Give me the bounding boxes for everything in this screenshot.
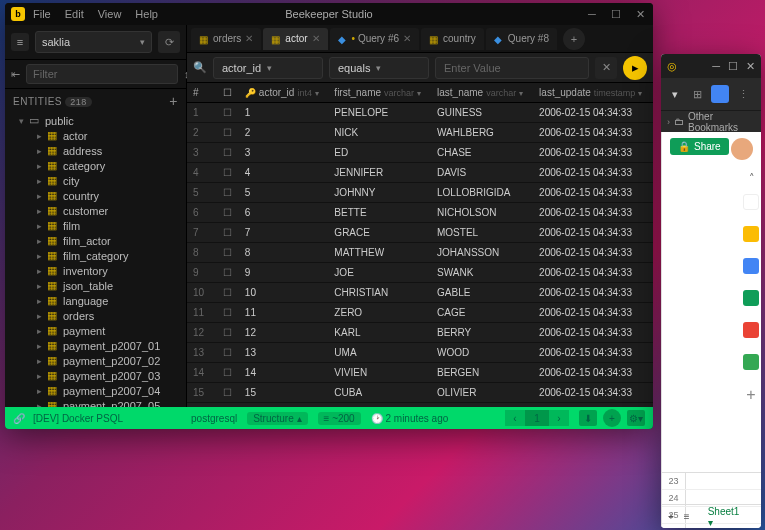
table-orders[interactable]: ▸▦orders [5,308,186,323]
minimize-icon[interactable]: ─ [712,60,720,72]
cell[interactable]: 2006-02-15 04:34:33 [533,223,653,243]
table-film_category[interactable]: ▸▦film_category [5,248,186,263]
cell[interactable]: WAHLBERG [431,123,533,143]
cell[interactable]: 2006-02-15 04:34:33 [533,343,653,363]
row-checkbox[interactable]: ☐ [217,123,239,143]
cell[interactable]: 4 [239,163,329,183]
table-customer[interactable]: ▸▦customer [5,203,186,218]
cell[interactable]: NICHOLSON [431,203,533,223]
table-row[interactable]: 15☐15CUBAOLIVIER2006-02-15 04:34:33 [187,383,653,403]
table-payment_p2007_05[interactable]: ▸▦payment_p2007_05 [5,398,186,407]
cell[interactable]: 2006-02-15 04:34:33 [533,183,653,203]
table-inventory[interactable]: ▸▦inventory [5,263,186,278]
cell[interactable]: CHRISTIAN [328,283,431,303]
cell[interactable]: JOHNNY [328,183,431,203]
close-tab-icon[interactable]: ✕ [245,33,253,44]
tab-query-8[interactable]: ◆Query #8 [486,28,557,50]
menu-view[interactable]: View [98,8,122,20]
table-country[interactable]: ▸▦country [5,188,186,203]
cell[interactable]: 2006-02-15 04:34:33 [533,263,653,283]
cell[interactable]: 2006-02-15 04:34:33 [533,303,653,323]
cell[interactable]: PENELOPE [328,103,431,123]
filter-operator-select[interactable]: equals ▾ [329,57,429,79]
cell[interactable]: 1 [239,103,329,123]
add-sheet-button[interactable]: + [668,511,674,522]
tab-actor[interactable]: ▦actor✕ [263,28,327,50]
cell[interactable]: 2006-02-15 04:34:33 [533,163,653,183]
tab-query-6[interactable]: ◆• Query #6✕ [330,28,419,50]
table-payment_p2007_02[interactable]: ▸▦payment_p2007_02 [5,353,186,368]
table-address[interactable]: ▸▦address [5,143,186,158]
cell[interactable]: JOHANSSON [431,243,533,263]
cell[interactable]: MOSTEL [431,223,533,243]
row-header[interactable]: 23 [662,473,686,489]
settings-button[interactable]: ⚙▾ [627,410,645,426]
cell[interactable]: GABLE [431,283,533,303]
cell[interactable]: CAGE [431,303,533,323]
table-payment_p2007_03[interactable]: ▸▦payment_p2007_03 [5,368,186,383]
extension-puzzle-icon[interactable]: ⊞ [689,88,705,101]
data-grid[interactable]: #☐🔑actor_idint4▾first_namevarchar▾last_n… [187,83,653,407]
chrome-menu-icon[interactable]: ⋮ [735,88,751,101]
menu-edit[interactable]: Edit [65,8,84,20]
column-actor_id[interactable]: 🔑actor_idint4▾ [239,83,329,103]
row-checkbox[interactable]: ☐ [217,323,239,343]
row-checkbox[interactable]: ☐ [217,223,239,243]
cell[interactable]: 2006-02-15 04:34:33 [533,203,653,223]
dropdown-icon[interactable]: ▾ [667,88,683,101]
cell[interactable]: 10 [239,283,329,303]
cell[interactable]: UMA [328,343,431,363]
cell[interactable]: 2006-02-15 04:34:33 [533,283,653,303]
close-icon[interactable]: ✕ [633,8,647,21]
table-row[interactable]: 6☐6BETTENICHOLSON2006-02-15 04:34:33 [187,203,653,223]
cell[interactable]: BETTE [328,203,431,223]
cell[interactable]: 14 [239,363,329,383]
row-checkbox[interactable]: ☐ [217,263,239,283]
close-tab-icon[interactable]: ✕ [312,33,320,44]
table-film_actor[interactable]: ▸▦film_actor [5,233,186,248]
maps-icon[interactable] [743,354,759,370]
cell[interactable]: 2006-02-15 04:34:33 [533,243,653,263]
download-button[interactable]: ⬇ [579,410,597,426]
table-row[interactable]: 2☐2NICKWAHLBERG2006-02-15 04:34:33 [187,123,653,143]
cell[interactable]: 2006-02-15 04:34:33 [533,323,653,343]
table-language[interactable]: ▸▦language [5,293,186,308]
table-json_table[interactable]: ▸▦json_table [5,278,186,293]
cell[interactable]: DAVIS [431,163,533,183]
row-checkbox[interactable]: ☐ [217,283,239,303]
cell[interactable]: GUINESS [431,103,533,123]
cell[interactable]: GRACE [328,223,431,243]
table-actor[interactable]: ▸▦actor [5,128,186,143]
table-payment_p2007_01[interactable]: ▸▦payment_p2007_01 [5,338,186,353]
page-number[interactable]: 1 [525,410,549,426]
connection-name[interactable]: [DEV] Docker PSQL [33,413,123,424]
maximize-icon[interactable]: ☐ [609,8,623,21]
row-checkbox[interactable]: ☐ [217,183,239,203]
table-row[interactable]: 7☐7GRACEMOSTEL2006-02-15 04:34:33 [187,223,653,243]
row-checkbox[interactable]: ☐ [217,383,239,403]
tasks-icon[interactable] [743,290,759,306]
row-checkbox[interactable]: ☐ [217,363,239,383]
column-last_name[interactable]: last_namevarchar▾ [431,83,533,103]
filter-value-input[interactable] [435,57,589,79]
cell[interactable]: KARL [328,323,431,343]
table-row[interactable]: 12☐12KARLBERRY2006-02-15 04:34:33 [187,323,653,343]
cell[interactable]: 11 [239,303,329,323]
cell[interactable]: BERRY [431,323,533,343]
table-payment_p2007_04[interactable]: ▸▦payment_p2007_04 [5,383,186,398]
cell[interactable]: 2006-02-15 04:34:33 [533,363,653,383]
cell[interactable]: 8 [239,243,329,263]
table-payment[interactable]: ▸▦payment [5,323,186,338]
add-row-button[interactable]: + [603,409,621,427]
cell[interactable]: BERGEN [431,363,533,383]
row-checkbox[interactable]: ☐ [217,203,239,223]
table-row[interactable]: 8☐8MATTHEWJOHANSSON2006-02-15 04:34:33 [187,243,653,263]
table-row[interactable]: 9☐9JOESWANK2006-02-15 04:34:33 [187,263,653,283]
row-checkbox[interactable]: ☐ [217,163,239,183]
cell[interactable]: ZERO [328,303,431,323]
table-row[interactable]: 5☐5JOHNNYLOLLOBRIGIDA2006-02-15 04:34:33 [187,183,653,203]
cell[interactable]: CHASE [431,143,533,163]
next-page-button[interactable]: › [549,410,569,426]
bookmarks-bar[interactable]: › 🗀 Other Bookmarks [661,110,761,132]
close-icon[interactable]: ✕ [746,60,755,73]
